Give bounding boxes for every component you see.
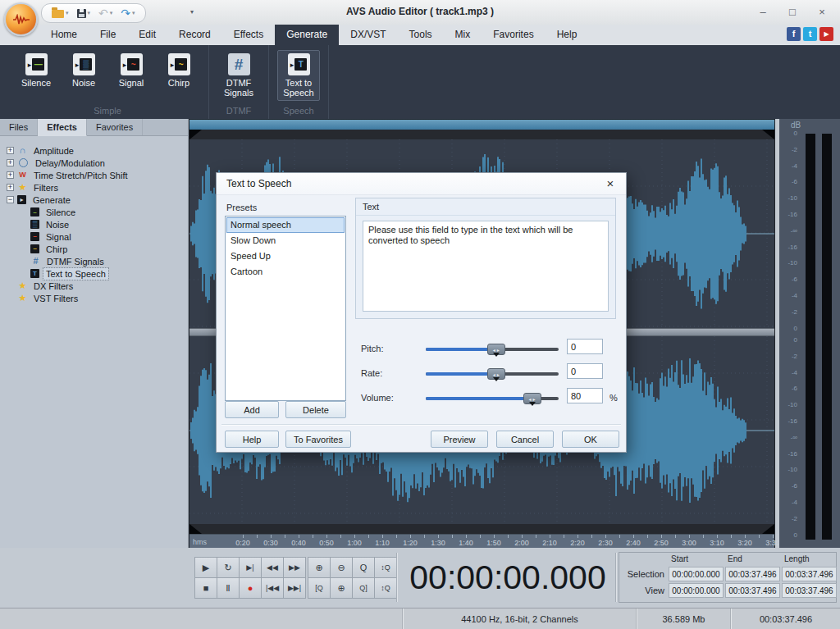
loop-button[interactable]: ↻ <box>217 558 239 577</box>
selection-length-value[interactable]: 00:03:37.496 <box>782 567 837 581</box>
preset-item-slow-down[interactable]: Slow Down <box>226 233 345 248</box>
zoom-out-button[interactable]: ⊖ <box>331 558 352 577</box>
transport-bar: ▶↻▶|◀◀▶▶■Ⅱ●|◀◀▶▶| ⊕⊖Q↕Q[Q⊕Q]↕Q 00:00:00.… <box>0 548 840 608</box>
ribbon-button-chirp[interactable]: ▸~Chirp <box>158 50 200 91</box>
ribbon-button-signal[interactable]: ▸~Signal <box>110 50 153 91</box>
zoom-vertical-out-button[interactable]: ↕Q <box>375 578 396 598</box>
sidebar-tab-favorites[interactable]: Favorites <box>87 119 143 135</box>
preview-button[interactable]: Preview <box>431 431 488 448</box>
facebook-icon[interactable]: f <box>787 27 801 41</box>
tree-item-generate[interactable]: −▸Generate <box>2 194 186 206</box>
menu-tab-mix[interactable]: Mix <box>444 25 482 45</box>
rate-value-input[interactable] <box>567 363 603 379</box>
volume-slider[interactable]: ◂▸ <box>426 397 559 400</box>
go-to-end-button[interactable]: ▶▶| <box>284 578 305 598</box>
envelope-strip-top[interactable] <box>189 130 774 139</box>
app-logo-icon[interactable] <box>4 2 38 36</box>
rewind-button[interactable]: ◀◀ <box>262 558 283 577</box>
menu-tab-favorites[interactable]: Favorites <box>482 25 545 45</box>
pause-button[interactable]: Ⅱ <box>217 578 239 598</box>
stop-button[interactable]: ■ <box>195 578 217 598</box>
dialog-close-button[interactable]: × <box>603 176 618 190</box>
tree-item-delay-modulation[interactable]: +Delay/Modulation <box>2 157 186 169</box>
preset-item-speed-up[interactable]: Speed Up <box>226 248 345 264</box>
zoom-in-button[interactable]: ⊕ <box>308 558 330 577</box>
sidebar-tab-files[interactable]: Files <box>0 119 38 135</box>
zoom-100-button[interactable]: Q <box>353 558 374 577</box>
close-button[interactable]: × <box>809 3 835 21</box>
zoom-selection-end-button[interactable]: Q] <box>353 578 374 598</box>
ruler-label: 1:10 <box>375 539 390 547</box>
tree-item-dx-filters[interactable]: ★DX Filters <box>2 280 186 292</box>
view-end-value[interactable]: 00:03:37.496 <box>725 583 780 598</box>
record-button[interactable]: ● <box>240 578 261 598</box>
rate-slider[interactable]: ◂▸ <box>426 372 559 376</box>
fade-in-handle[interactable] <box>189 130 202 139</box>
expand-icon[interactable]: + <box>7 184 14 191</box>
timeline-ruler[interactable]: hms 0:200:300:400:501:001:101:201:301:40… <box>189 534 774 548</box>
youtube-icon[interactable]: ▶ <box>819 27 833 41</box>
tree-item-silence[interactable]: –Silence <box>2 206 186 218</box>
pitch-slider[interactable]: ◂▸ <box>426 348 559 351</box>
menu-tab-home[interactable]: Home <box>39 25 89 45</box>
menu-tab-record[interactable]: Record <box>167 25 222 45</box>
ribbon-group-label: Simple <box>94 106 121 116</box>
sidebar-tab-effects[interactable]: Effects <box>38 119 87 136</box>
tree-item-filters[interactable]: +★Filters <box>2 181 186 194</box>
minimize-button[interactable]: – <box>750 3 776 21</box>
speech-text-input[interactable]: Please use this field to type in the tex… <box>363 221 609 312</box>
preset-item-cartoon[interactable]: Cartoon <box>226 264 345 280</box>
preset-item-normal-speech[interactable]: Normal speech <box>226 217 345 233</box>
tree-item-dtmf-signals[interactable]: #DTMF Signals <box>2 255 186 267</box>
zoom-full-button[interactable]: ⊕ <box>331 578 352 598</box>
collapse-icon[interactable]: − <box>7 196 14 203</box>
fast-forward-button[interactable]: ▶▶ <box>284 558 305 577</box>
pitch-slider-thumb[interactable]: ◂▸ <box>487 344 505 355</box>
pitch-value-input[interactable] <box>567 339 603 354</box>
ribbon-button-dtmf-signals[interactable]: #DTMF Signals <box>217 50 260 101</box>
fade-in-handle-bottom[interactable] <box>189 524 202 534</box>
ribbon-button-silence[interactable]: ▸—Silence <box>15 50 57 91</box>
menu-tab-dx-vst[interactable]: DX/VST <box>339 25 397 45</box>
expand-icon[interactable]: + <box>7 147 14 154</box>
to-favorites-button[interactable]: To Favorites <box>285 431 351 448</box>
go-to-start-button[interactable]: |◀◀ <box>262 578 283 598</box>
tree-item-amplitude[interactable]: +∩Amplitude <box>2 144 186 157</box>
play-to-end-button[interactable]: ▶| <box>240 558 261 577</box>
tree-item-time-stretch-pitch-shift[interactable]: +WTime Stretch/Pitch Shift <box>2 169 186 181</box>
expand-icon[interactable]: + <box>7 159 14 166</box>
menu-tab-generate[interactable]: Generate <box>275 25 339 45</box>
view-length-value[interactable]: 00:03:37.496 <box>782 583 837 598</box>
expand-icon[interactable]: + <box>7 171 14 179</box>
view-start-value[interactable]: 00:00:00.000 <box>669 583 724 598</box>
menu-tab-effects[interactable]: Effects <box>222 25 275 45</box>
menu-tab-file[interactable]: File <box>89 25 127 45</box>
menu-tab-edit[interactable]: Edit <box>127 25 167 45</box>
selection-end-value[interactable]: 00:03:37.496 <box>725 567 780 581</box>
fade-out-handle-bottom[interactable] <box>762 524 774 534</box>
rate-slider-thumb[interactable]: ◂▸ <box>487 368 505 380</box>
maximize-button[interactable]: □ <box>779 3 806 21</box>
volume-value-input[interactable] <box>567 388 603 403</box>
twitter-icon[interactable]: t <box>803 27 817 41</box>
ok-button[interactable]: OK <box>562 431 619 448</box>
ribbon-button-text-to-speech[interactable]: ▸TText to Speech <box>277 50 320 101</box>
volume-slider-thumb[interactable]: ◂▸ <box>523 393 541 404</box>
selection-start-value[interactable]: 00:00:00.000 <box>669 567 724 581</box>
play-button[interactable]: ▶ <box>195 558 217 577</box>
tree-item-noise[interactable]: ▒Noise <box>2 218 186 230</box>
cancel-button[interactable]: Cancel <box>496 431 554 448</box>
ribbon-button-noise[interactable]: ▸▒Noise <box>62 50 105 91</box>
tree-item-signal[interactable]: ~Signal <box>2 230 186 243</box>
menu-tab-tools[interactable]: Tools <box>398 25 444 45</box>
zoom-selection-start-button[interactable]: [Q <box>308 578 330 598</box>
fade-out-handle[interactable] <box>762 130 774 139</box>
ribbon-button-label: Chirp <box>168 78 189 88</box>
envelope-strip-bottom[interactable] <box>189 524 774 534</box>
zoom-vertical-in-button[interactable]: ↕Q <box>375 558 396 577</box>
help-button[interactable]: Help <box>225 431 279 448</box>
tree-item-text-to-speech[interactable]: TText to Speech <box>2 267 186 280</box>
tree-item-chirp[interactable]: ~Chirp <box>2 243 186 255</box>
menu-tab-help[interactable]: Help <box>546 25 589 45</box>
tree-item-vst-filters[interactable]: ★VST Filters <box>2 292 186 304</box>
